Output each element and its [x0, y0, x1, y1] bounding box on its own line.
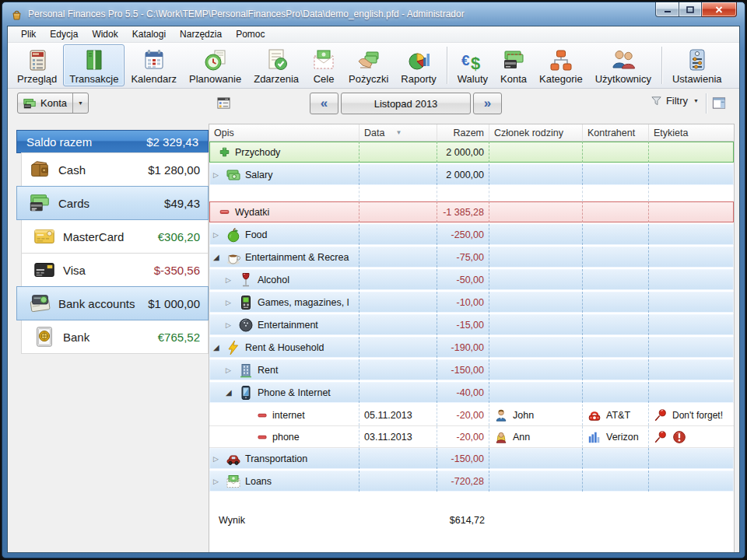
sidebar-account-visa[interactable]: Visa$-350,56	[21, 253, 209, 287]
toolbar-button-pożyczki[interactable]: Pożyczki	[342, 44, 395, 86]
table-row-transportation[interactable]: ▷Transportation-150,00	[209, 448, 734, 471]
date-cell	[359, 247, 437, 268]
table-cell	[649, 187, 734, 201]
wallet-icon	[28, 158, 51, 181]
toggle-panel-button[interactable]	[711, 96, 728, 111]
toolbar-button-użytkownicy[interactable]: Użytkownicy	[589, 44, 658, 86]
table-row-games-magazines-l[interactable]: ▷Games, magazines, l-10,00	[209, 292, 734, 314]
toolbar-button-zdarzenia[interactable]: Zdarzenia	[247, 44, 305, 86]
description-cell: Przychody	[209, 142, 359, 163]
filters-button[interactable]: Filtry ▼	[651, 95, 699, 107]
menu-item-widok[interactable]: Widok	[85, 27, 124, 41]
column-header-członek-rodziny[interactable]: Członek rodziny	[489, 124, 583, 141]
column-header-data[interactable]: Data▼	[359, 124, 437, 141]
table-row-internet[interactable]: internet05.11.2013-20,00JohnAT&TDon't fo…	[209, 404, 734, 426]
table-row-rent[interactable]: ▷Rent-150,00	[209, 359, 734, 382]
family-member-cell	[489, 314, 583, 335]
account-value: $-350,56	[154, 264, 200, 277]
collapse-expander-icon[interactable]: ◢	[213, 253, 226, 261]
amount-value: -40,00	[457, 387, 484, 398]
menu-item-katalogi[interactable]: Katalogi	[125, 27, 173, 41]
expand-expander-icon[interactable]: ▷	[226, 276, 238, 284]
period-button[interactable]: Listopad 2013	[341, 93, 471, 114]
amount-value: -20,00	[457, 432, 484, 443]
toolbar-button-raporty[interactable]: Raporty	[395, 44, 443, 86]
menu-item-plik[interactable]: Plik	[14, 27, 43, 41]
table-row-przychody[interactable]: Przychody2 000,00	[209, 142, 734, 164]
expand-expander-icon[interactable]: ▷	[213, 171, 226, 179]
minimize-button[interactable]	[655, 2, 679, 17]
menu-item-narzędzia[interactable]: Narzędzia	[173, 27, 229, 41]
table-row-rent-household[interactable]: ◢Rent & Household-190,00	[209, 337, 734, 359]
expand-expander-icon[interactable]: ▷	[226, 366, 238, 374]
toolbar-button-cele[interactable]: Cele	[305, 44, 342, 86]
sidebar-account-bank-accounts[interactable]: Bank accounts$1 000,00	[16, 286, 209, 320]
total-cell: -75,00	[437, 247, 489, 268]
row-label: phone	[272, 432, 300, 443]
next-period-button[interactable]: »	[473, 93, 502, 114]
toolbar-button-kategorie[interactable]: Kategorie	[533, 44, 589, 86]
sidebar-account-cards[interactable]: Cards$49,43	[16, 186, 209, 220]
counterparty-cell	[583, 337, 649, 358]
column-header-kontrahent[interactable]: Kontrahent	[583, 124, 649, 141]
amount-value: -20,00	[457, 410, 484, 421]
column-header-etykieta[interactable]: Etykieta	[649, 124, 734, 141]
family-member-cell	[489, 164, 583, 185]
toolbar-button-label: Kategorie	[539, 73, 583, 85]
description-cell: ▷Games, magazines, l	[209, 292, 359, 313]
sidebar-account-cash[interactable]: Cash$1 280,00	[21, 152, 209, 187]
man-icon	[494, 408, 508, 422]
column-header-opis[interactable]: Opis	[209, 124, 359, 141]
toolbar-button-kalendarz[interactable]: Kalendarz	[124, 44, 183, 86]
toolbar-button-transakcje[interactable]: Transakcje	[63, 44, 124, 86]
toolbar-button-label: Użytkownicy	[595, 73, 651, 85]
table-row-phone-internet[interactable]: ◢Phone & Internet-40,00	[209, 382, 734, 404]
column-header-label: Etykieta	[654, 128, 688, 138]
table-row-entertainment[interactable]: ▷Entertainment-15,00	[209, 314, 734, 337]
table-row-loans[interactable]: ▷Loans-720,28	[209, 471, 734, 493]
expand-expander-icon[interactable]: ▷	[213, 478, 226, 485]
table-row-phone[interactable]: phone03.11.2013-20,00AnnVerizon	[209, 426, 734, 448]
expand-expander-icon[interactable]: ▷	[213, 231, 226, 239]
menu-item-edycja[interactable]: Edycja	[43, 27, 85, 41]
total-balance-value: $2 329,43	[146, 135, 198, 149]
table-row-wydatki[interactable]: Wydatki-1 385,28	[209, 201, 734, 224]
family-member-cell	[489, 142, 583, 163]
expand-expander-icon[interactable]: ▷	[226, 299, 238, 306]
row-label: Entertainment	[258, 320, 318, 331]
table-row-salary[interactable]: ▷Salary2 000,00	[209, 164, 734, 187]
collapse-expander-icon[interactable]: ◢	[226, 388, 238, 397]
collapse-expander-icon[interactable]: ◢	[213, 343, 226, 352]
accounts-dropdown-button[interactable]: Konta ▼	[17, 93, 89, 114]
toolbar-button-konta[interactable]: Konta	[494, 44, 533, 86]
row-label: Wydatki	[235, 207, 269, 218]
sidebar-account-mastercard[interactable]: MasterCard€306,20	[21, 219, 209, 254]
toolbar-button-ustawienia[interactable]: Ustawienia	[666, 44, 728, 86]
previous-period-button[interactable]: «	[310, 93, 338, 114]
description-cell: Wydatki	[209, 201, 359, 222]
table-row-entertainment-recrea[interactable]: ◢Entertainment & Recrea-75,00	[209, 247, 734, 269]
expand-expander-icon[interactable]: ▷	[226, 321, 238, 329]
toolbar-button-przegląd[interactable]: Przegląd	[11, 44, 63, 86]
family-member-cell	[489, 448, 583, 469]
table-cell	[437, 187, 489, 201]
result-label: Wynik	[209, 515, 359, 526]
menu-item-pomoc[interactable]: Pomoc	[229, 27, 272, 41]
view-mode-button[interactable]	[216, 96, 233, 111]
title-bar[interactable]: Personal Finances Pro 5.5 - C:\Work\TEMP…	[2, 2, 745, 26]
expand-expander-icon[interactable]: ▷	[213, 455, 226, 463]
amount-value: -10,00	[457, 297, 484, 308]
maximize-button[interactable]	[679, 2, 702, 17]
table-row-food[interactable]: ▷Food-250,00	[209, 224, 734, 247]
chevron-down-icon[interactable]: ▼	[72, 93, 83, 113]
date-cell: 03.11.2013	[359, 426, 437, 447]
column-header-razem[interactable]: Razem	[437, 124, 489, 141]
family-member-cell	[489, 382, 583, 403]
close-button[interactable]	[702, 2, 737, 17]
table-cell	[209, 187, 359, 201]
toolbar-button-planowanie[interactable]: Planowanie	[183, 44, 247, 86]
total-balance-header[interactable]: Saldo razem $2 329,43	[16, 130, 209, 153]
sidebar-account-bank[interactable]: Bank€765,52	[21, 320, 209, 354]
toolbar-button-waluty[interactable]: €$Waluty	[451, 44, 494, 86]
table-row-alcohol[interactable]: ▷Alcohol-50,00	[209, 269, 734, 292]
